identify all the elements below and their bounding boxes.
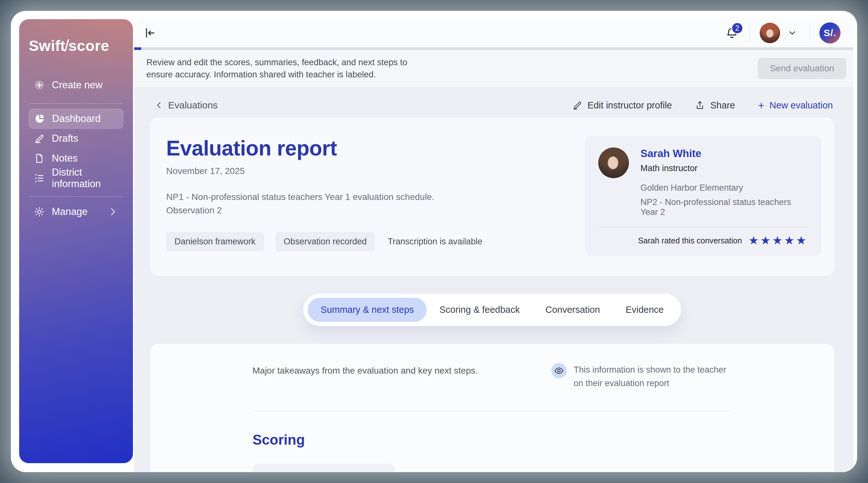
edit-instructor-profile-button[interactable]: Edit instructor profile — [572, 100, 672, 111]
pencil-icon — [572, 100, 582, 110]
scoring-heading: Scoring — [252, 432, 730, 448]
rating-label: Sarah rated this conversation — [638, 236, 742, 245]
instructor-card: Sarah White Math instructor Golden Harbo… — [585, 136, 822, 256]
conversation-rating: Sarah rated this conversation ★★★★★ — [598, 235, 808, 246]
action-label: New evaluation — [770, 100, 833, 111]
summary-panel: Major takeaways from the evaluation and … — [150, 344, 834, 472]
sidebar-item-label: Notes — [52, 152, 78, 164]
sidebar-item-label: Manage — [52, 206, 88, 218]
instructor-cohort: NP2 - Non-professional status teachers Y… — [641, 197, 808, 217]
framework-badge: Danielson framework — [166, 232, 264, 251]
sidebar-item-district-information[interactable]: District information — [29, 168, 123, 188]
pie-chart-icon — [34, 113, 45, 124]
plus-circle-icon — [34, 80, 45, 90]
app-logo: Swift/score — [29, 35, 123, 55]
tabs-row: Summary & next steps Scoring & feedback … — [150, 294, 834, 326]
main-area: 2 S/. Review and edit the scores, summar… — [134, 19, 853, 472]
document-icon — [34, 153, 45, 164]
sidebar-divider — [29, 196, 123, 197]
new-evaluation-button[interactable]: + New evaluation — [758, 100, 833, 111]
sidebar-item-label: District information — [52, 167, 118, 190]
sidebar-item-label: Dashboard — [52, 113, 101, 124]
tabs-pill: Summary & next steps Scoring & feedback … — [303, 294, 681, 326]
report-hero-panel: Evaluation report November 17, 2025 NP1 … — [150, 118, 834, 276]
create-new-button[interactable]: Create new — [29, 75, 123, 95]
send-evaluation-button[interactable]: Send evaluation — [758, 58, 846, 79]
report-description: NP1 - Non-professional status teachers Y… — [166, 190, 484, 217]
sidebar-item-notes[interactable]: Notes — [29, 148, 123, 168]
pencil-icon — [34, 133, 45, 144]
page-content: Evaluations Edit instructor profile Shar… — [134, 87, 853, 472]
instructor-role: Math instructor — [641, 164, 808, 173]
progress-fill — [134, 47, 141, 50]
notification-count-badge: 2 — [731, 22, 743, 34]
tab-evidence[interactable]: Evidence — [613, 298, 676, 322]
transcription-note: Transcription is available — [386, 232, 484, 251]
sidebar: Swift/score Create new Dashboard Drafts … — [19, 19, 133, 463]
topbar-divider — [750, 24, 750, 41]
summary-intro: Major takeaways from the evaluation and … — [252, 366, 478, 376]
user-menu[interactable] — [760, 23, 800, 43]
org-avatar[interactable]: S/. — [819, 22, 840, 44]
review-banner: Review and edit the scores, summaries, f… — [134, 50, 853, 87]
topbar-divider — [809, 24, 810, 41]
collapse-sidebar-button[interactable] — [143, 25, 158, 40]
chevron-down-icon — [784, 25, 800, 40]
report-badges: Danielson framework Observation recorded… — [166, 232, 484, 251]
instructor-name[interactable]: Sarah White — [641, 147, 808, 160]
report-info: Evaluation report November 17, 2025 NP1 … — [166, 136, 484, 256]
review-banner-text: Review and edit the scores, summaries, f… — [146, 56, 407, 81]
action-label: Share — [710, 100, 735, 111]
share-button[interactable]: Share — [695, 100, 735, 111]
sidebar-item-label: Drafts — [52, 133, 78, 144]
create-new-label: Create new — [52, 79, 102, 91]
sidebar-item-drafts[interactable]: Drafts — [29, 129, 123, 148]
top-bar: 2 S/. — [134, 19, 853, 47]
instructor-avatar — [598, 147, 629, 178]
progress-track — [134, 47, 853, 50]
logo-text-first: Swift — [29, 37, 65, 54]
plus-icon: + — [758, 100, 765, 111]
logo-slash: / — [65, 36, 69, 55]
visibility-note: This information is shown to the teacher… — [551, 363, 730, 390]
scoring-row: 3 3.7 Curriculum, planning, and assessme… — [252, 464, 730, 472]
share-icon — [695, 100, 705, 110]
breadcrumb-label: Evaluations — [168, 100, 218, 111]
notifications-button[interactable]: 2 — [723, 25, 740, 41]
eye-icon — [551, 363, 567, 378]
page-title: Evaluation report — [166, 136, 484, 160]
card-divider — [598, 227, 808, 227]
breadcrumb-row: Evaluations Edit instructor profile Shar… — [155, 95, 833, 115]
chevron-left-icon — [155, 101, 164, 110]
chevron-right-icon — [107, 206, 118, 217]
app-window: Swift/score Create new Dashboard Drafts … — [11, 11, 857, 472]
tab-conversation[interactable]: Conversation — [533, 298, 613, 322]
action-label: Edit instructor profile — [587, 100, 672, 111]
report-date: November 17, 2025 — [166, 166, 484, 176]
logo-text-second: score — [68, 37, 109, 54]
sidebar-item-dashboard[interactable]: Dashboard — [29, 109, 123, 129]
tab-scoring-feedback[interactable]: Scoring & feedback — [427, 298, 532, 322]
breadcrumb[interactable]: Evaluations — [155, 100, 218, 111]
list-icon — [34, 173, 45, 183]
user-avatar — [760, 23, 780, 43]
instructor-school: Golden Harbor Elementary — [641, 183, 808, 193]
visibility-note-text: This information is shown to the teacher… — [574, 363, 726, 390]
collapse-sidebar-icon — [144, 27, 157, 39]
gear-icon — [34, 206, 45, 217]
tab-summary-next-steps[interactable]: Summary & next steps — [308, 298, 427, 322]
summary-divider — [252, 411, 730, 411]
observation-badge: Observation recorded — [276, 232, 375, 251]
overall-score-card: 3 — [252, 464, 395, 472]
rating-stars: ★★★★★ — [748, 235, 808, 246]
sidebar-item-manage[interactable]: Manage — [29, 202, 123, 222]
sidebar-divider — [29, 103, 123, 104]
